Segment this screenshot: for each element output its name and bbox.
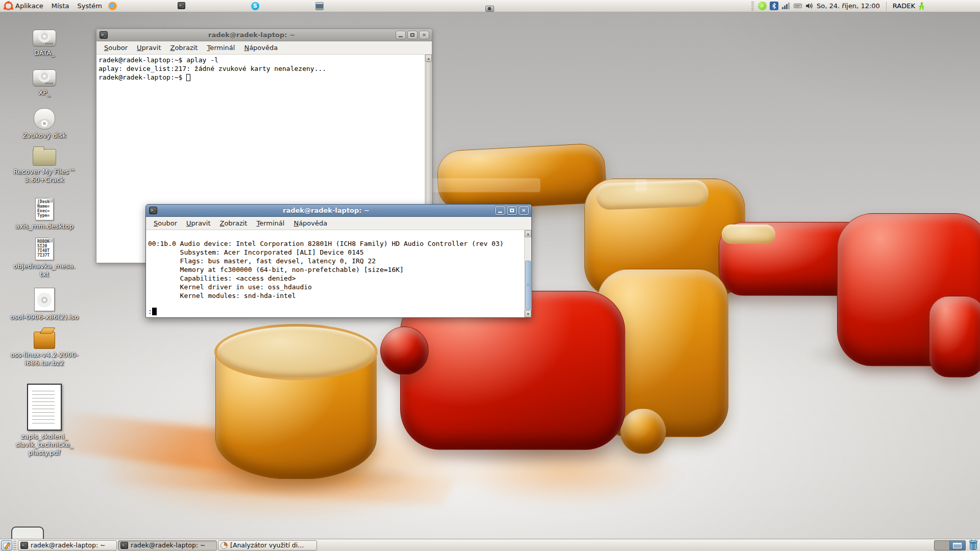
skype-tray-icon[interactable]: S bbox=[251, 2, 259, 10]
minimize-button[interactable] bbox=[495, 206, 505, 215]
menu-soubor[interactable]: Soubor bbox=[101, 42, 131, 53]
user-switcher[interactable]: RADEK bbox=[893, 2, 926, 10]
hidden-window-peek[interactable] bbox=[11, 527, 44, 539]
desktop-icon-axis-desktop-file[interactable]: [Desk Name= Exec= Type= axis_mm.desktop bbox=[6, 198, 83, 231]
minimize-button[interactable] bbox=[396, 31, 406, 39]
desktop-icon-label: objednavka_mesa. txt bbox=[6, 262, 83, 279]
workspace-2-current[interactable] bbox=[950, 541, 965, 550]
scrollbar[interactable]: ▲ ▼ bbox=[524, 230, 531, 317]
menu-soubor[interactable]: Soubor bbox=[150, 218, 181, 229]
menu-zobrazit[interactable]: Zobrazit bbox=[167, 42, 202, 53]
desktop-icon-label: DATA_ bbox=[6, 49, 83, 57]
screen-app-icon[interactable] bbox=[315, 2, 324, 10]
trash-body bbox=[970, 543, 977, 550]
show-desktop-button[interactable] bbox=[1, 540, 12, 550]
menu-terminal[interactable]: Terminál bbox=[203, 42, 238, 53]
menu-upravit[interactable]: Upravit bbox=[183, 218, 214, 229]
text-file-icon: ROBOK 5I20 7I48T 7I37T bbox=[35, 238, 54, 260]
desktop-icon-recover-folder[interactable]: Recover My Files™ 3.60+Crack bbox=[6, 146, 83, 184]
terminal-line: Capabilities: <access denied> bbox=[146, 274, 531, 283]
terminal-icon: >_ bbox=[20, 542, 28, 549]
keyboard-glyph bbox=[794, 3, 802, 9]
maximize-button[interactable] bbox=[407, 31, 418, 39]
updates-ok-icon[interactable]: ✓ bbox=[758, 2, 767, 10]
window-list-handle bbox=[13, 541, 16, 550]
close-icon: ✕ bbox=[522, 208, 526, 213]
firefox-launcher-icon[interactable] bbox=[108, 2, 117, 10]
scroll-up-arrow[interactable]: ▲ bbox=[525, 230, 531, 237]
close-button[interactable]: ✕ bbox=[519, 206, 529, 215]
workspace-switcher bbox=[934, 540, 966, 550]
terminal-launcher[interactable]: >_ bbox=[178, 2, 186, 10]
speaker-glyph bbox=[805, 3, 814, 9]
terminal-line: Memory at fc300000 (64-bit, non-prefetch… bbox=[146, 265, 531, 274]
network-signal-icon[interactable] bbox=[781, 2, 790, 10]
taskbar-item-terminal-2[interactable]: >_ radek@radek-laptop: ~ bbox=[118, 540, 217, 550]
maximize-button[interactable] bbox=[507, 206, 517, 215]
menubar: Soubor Upravit Zobrazit Terminál Nápověd… bbox=[96, 41, 432, 55]
taskbar-item-terminal-1[interactable]: >_ radek@radek-laptop: ~ bbox=[18, 540, 117, 550]
terminal-line: Kernel modules: snd-hda-intel bbox=[146, 291, 531, 300]
titlebar[interactable]: >_ radek@radek-laptop: ~ ✕ bbox=[96, 29, 432, 41]
pdf-preview-lines bbox=[32, 389, 55, 425]
applications-menu-label: Aplikace bbox=[15, 2, 43, 10]
system-menu[interactable]: Systém bbox=[73, 0, 106, 12]
bluetooth-icon[interactable] bbox=[770, 2, 778, 10]
menu-napoveda[interactable]: Nápověda bbox=[240, 42, 281, 53]
wallpaper-ghost-close bbox=[635, 180, 647, 191]
keyboard-icon[interactable] bbox=[793, 2, 802, 10]
terminal-line: Subsystem: Acer Incorporated [ALI] Devic… bbox=[146, 248, 531, 257]
desktop-icon-osol-iso[interactable]: osol-0906-x86(2).iso bbox=[6, 288, 83, 321]
terminal-line: aplay: device_list:217: žádné zvukové ka… bbox=[96, 64, 432, 73]
scroll-up-arrow[interactable]: ▲ bbox=[425, 55, 432, 62]
desktop-icon-oss-linux-archive[interactable]: oss-linux-v4.2-2000- i686.tar.bz2 bbox=[6, 328, 83, 367]
wallpaper-puzzle-orange bbox=[436, 142, 607, 211]
titlebar[interactable]: >_ radek@radek-laptop: ~ ✕ bbox=[146, 205, 531, 217]
desktop-icon-label: axis_mm.desktop bbox=[6, 222, 83, 231]
file-preview-text: ROBOK 5I20 7I48T 7I37T bbox=[37, 239, 52, 259]
workspace-1[interactable] bbox=[935, 541, 950, 550]
desktop-icon-objednavka-txt[interactable]: ROBOK 5I20 7I48T 7I37T objednavka_mesa. … bbox=[6, 238, 83, 279]
volume-icon[interactable] bbox=[805, 2, 814, 10]
desktop-icon-audio-disk[interactable]: Zvukový disk bbox=[6, 108, 83, 140]
minimize-icon bbox=[399, 36, 403, 37]
desktop-icon-label: XP_ bbox=[6, 89, 83, 97]
menu-napoveda[interactable]: Nápověda bbox=[290, 218, 331, 229]
close-button[interactable]: ✕ bbox=[419, 31, 429, 39]
desktop-icon-xp[interactable]: XP_ bbox=[6, 69, 83, 97]
camera-app-icon[interactable] bbox=[485, 6, 494, 12]
terminal-line: Kernel driver in use: oss_hdaudio bbox=[146, 283, 531, 291]
signal-bars-glyph bbox=[782, 3, 790, 9]
scrollbar-thumb[interactable] bbox=[525, 261, 531, 310]
scroll-down-arrow[interactable]: ▼ bbox=[525, 310, 531, 317]
window-title: radek@radek-laptop: ~ bbox=[157, 207, 495, 214]
bottom-panel: >_ radek@radek-laptop: ~ >_ radek@radek-… bbox=[0, 539, 980, 551]
menu-terminal[interactable]: Terminál bbox=[253, 218, 288, 229]
taskbar-item-disk-analyzer[interactable]: [Analyzátor využití di... bbox=[218, 540, 317, 550]
folder-icon bbox=[33, 149, 56, 166]
terminal-icon: >_ bbox=[149, 207, 157, 214]
terminal-icon: >_ bbox=[120, 542, 128, 549]
menubar: Soubor Upravit Zobrazit Terminál Nápověd… bbox=[146, 217, 531, 230]
system-menu-label: Systém bbox=[77, 2, 102, 10]
wallpaper-puzzle-top-face bbox=[722, 224, 775, 244]
desktop-icon-zapis-pdf[interactable]: zapis_skoleni_ slavik_technicke_ plasty.… bbox=[6, 384, 83, 457]
menu-zobrazit[interactable]: Zobrazit bbox=[216, 218, 251, 229]
desktop-icon-label: zapis_skoleni_ slavik_technicke_ plasty.… bbox=[6, 433, 83, 457]
terminal-window-2[interactable]: >_ radek@radek-laptop: ~ ✕ Soubor Upravi… bbox=[145, 204, 532, 318]
user-name-label: RADEK bbox=[893, 2, 915, 10]
ubuntu-logo-icon bbox=[4, 2, 13, 10]
taskbar-item-label: radek@radek-laptop: ~ bbox=[31, 541, 106, 549]
terminal-output-area[interactable]: 00:1b.0 Audio device: Intel Corporation … bbox=[146, 230, 531, 317]
terminal-line: radek@radek-laptop:~$ bbox=[96, 73, 432, 82]
minimize-icon bbox=[498, 212, 502, 213]
desktop-icon-label: Zvukový disk bbox=[6, 132, 83, 140]
clock-applet[interactable]: So, 24. říjen, 12:00 bbox=[817, 2, 880, 10]
menu-upravit[interactable]: Upravit bbox=[133, 42, 164, 53]
desktop-icon-data[interactable]: DATA_ bbox=[6, 30, 83, 57]
disk-analyzer-icon bbox=[220, 542, 228, 549]
applications-menu[interactable]: Aplikace bbox=[0, 0, 47, 12]
wallpaper-puzzle-tab bbox=[380, 327, 429, 375]
trash-icon[interactable] bbox=[969, 540, 978, 550]
places-menu[interactable]: Místa bbox=[47, 0, 74, 12]
